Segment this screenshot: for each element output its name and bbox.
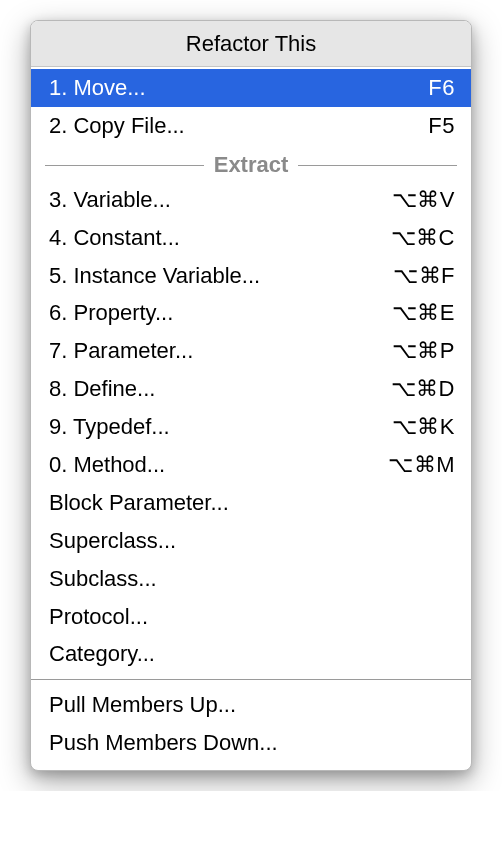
divider <box>31 679 471 680</box>
menu-item-parameter[interactable]: 7. Parameter... ⌥⌘P <box>31 332 471 370</box>
extract-section: 3. Variable... ⌥⌘V 4. Constant... ⌥⌘C 5.… <box>31 181 471 674</box>
refactor-popup: Refactor This 1. Move... F6 2. Copy File… <box>30 20 472 771</box>
section-header-label: Extract <box>204 152 299 178</box>
menu-item-label: 7. Parameter... <box>49 335 193 367</box>
menu-item-pull-members-up[interactable]: Pull Members Up... <box>31 686 471 724</box>
menu-item-label: Category... <box>49 638 155 670</box>
menu-item-label: 8. Define... <box>49 373 155 405</box>
menu-item-shortcut: ⌥⌘M <box>388 449 455 481</box>
menu-item-label: 1. Move... <box>49 72 146 104</box>
menu-item-label: Protocol... <box>49 601 148 633</box>
menu-item-label: 9. Typedef... <box>49 411 170 443</box>
menu-item-subclass[interactable]: Subclass... <box>31 560 471 598</box>
menu-item-label: 2. Copy File... <box>49 110 185 142</box>
menu-item-category[interactable]: Category... <box>31 635 471 673</box>
menu-item-superclass[interactable]: Superclass... <box>31 522 471 560</box>
menu-item-typedef[interactable]: 9. Typedef... ⌥⌘K <box>31 408 471 446</box>
menu-item-shortcut: F5 <box>428 110 455 142</box>
menu-item-shortcut: ⌥⌘F <box>393 260 455 292</box>
menu-item-define[interactable]: 8. Define... ⌥⌘D <box>31 370 471 408</box>
popup-title: Refactor This <box>31 21 471 67</box>
extract-section-header: Extract <box>31 151 471 179</box>
menu-item-shortcut: ⌥⌘K <box>392 411 455 443</box>
menu-item-label: 0. Method... <box>49 449 165 481</box>
menu-item-push-members-down[interactable]: Push Members Down... <box>31 724 471 762</box>
bottom-section: Pull Members Up... Push Members Down... <box>31 686 471 770</box>
menu-item-label: 4. Constant... <box>49 222 180 254</box>
menu-item-shortcut: ⌥⌘E <box>392 297 455 329</box>
menu-item-label: Push Members Down... <box>49 727 278 759</box>
menu-item-protocol[interactable]: Protocol... <box>31 598 471 636</box>
menu-item-label: Superclass... <box>49 525 176 557</box>
top-section: 1. Move... F6 2. Copy File... F5 <box>31 67 471 145</box>
menu-item-block-parameter[interactable]: Block Parameter... <box>31 484 471 522</box>
menu-item-property[interactable]: 6. Property... ⌥⌘E <box>31 294 471 332</box>
menu-item-instance-variable[interactable]: 5. Instance Variable... ⌥⌘F <box>31 257 471 295</box>
menu-item-label: 5. Instance Variable... <box>49 260 260 292</box>
menu-item-label: Block Parameter... <box>49 487 229 519</box>
menu-item-shortcut: ⌥⌘D <box>391 373 455 405</box>
menu-item-label: 3. Variable... <box>49 184 171 216</box>
menu-item-label: Pull Members Up... <box>49 689 236 721</box>
menu-item-shortcut: ⌥⌘V <box>392 184 455 216</box>
menu-item-label: 6. Property... <box>49 297 173 329</box>
menu-item-variable[interactable]: 3. Variable... ⌥⌘V <box>31 181 471 219</box>
menu-item-label: Subclass... <box>49 563 157 595</box>
menu-item-shortcut: ⌥⌘C <box>391 222 455 254</box>
menu-item-move[interactable]: 1. Move... F6 <box>31 69 471 107</box>
menu-item-shortcut: F6 <box>428 72 455 104</box>
menu-item-shortcut: ⌥⌘P <box>392 335 455 367</box>
menu-item-copy-file[interactable]: 2. Copy File... F5 <box>31 107 471 145</box>
menu-item-constant[interactable]: 4. Constant... ⌥⌘C <box>31 219 471 257</box>
menu-item-method[interactable]: 0. Method... ⌥⌘M <box>31 446 471 484</box>
